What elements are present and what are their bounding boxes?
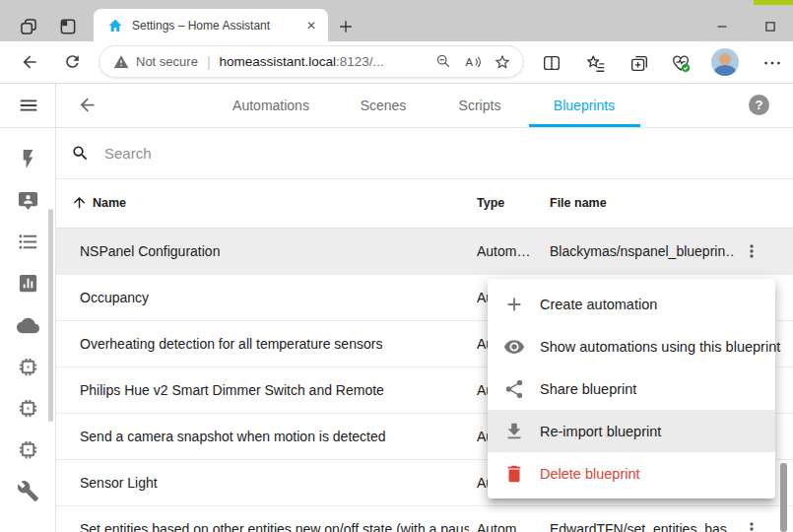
vertical-tabs-icon[interactable] — [58, 17, 78, 36]
maximize-icon[interactable] — [760, 17, 781, 36]
sidebar-scrollbar[interactable] — [48, 209, 53, 422]
browser-essentials-icon[interactable] — [670, 52, 692, 74]
chip-icon[interactable] — [17, 397, 39, 420]
menu-item-share-blueprint[interactable]: Share blueprint — [488, 367, 775, 410]
search-row — [56, 128, 793, 179]
avatar-shirt — [714, 65, 736, 76]
row-name: Occupancy — [80, 290, 149, 305]
flash-icon[interactable] — [17, 148, 39, 170]
avatar-face — [719, 53, 731, 65]
tab-scripts[interactable]: Scripts — [459, 84, 501, 127]
help-icon[interactable]: ? — [749, 95, 769, 115]
browser-toolbar: Not secure | homeassistant.local:8123/..… — [0, 41, 793, 84]
row-name: Philips Hue v2 Smart Dimmer Switch and R… — [80, 382, 384, 398]
menu-item-delete-blueprint[interactable]: Delete blueprint — [488, 452, 775, 495]
wrench-icon[interactable] — [17, 480, 39, 502]
security-label: Not secure — [136, 54, 198, 69]
read-aloud-icon[interactable]: A — [464, 53, 482, 71]
address-path: :8123/... — [336, 54, 384, 69]
tab-close-icon[interactable]: ✕ — [302, 19, 320, 33]
edge-browser-window: { "browser": { "tab_title": "Settings – … — [0, 0, 793, 532]
header-name[interactable]: Name — [93, 196, 126, 210]
row-name: NSPanel Configuration — [80, 243, 220, 259]
menu-item-create-automation[interactable]: Create automation — [488, 283, 775, 325]
menu-icon[interactable] — [18, 95, 40, 117]
table-row[interactable]: NSPanel Configuration Autom… Blackymas/n… — [56, 229, 793, 275]
tab-blueprints[interactable]: Blueprints — [554, 84, 615, 127]
search-input[interactable] — [102, 144, 599, 163]
plus-icon — [503, 294, 525, 315]
address-host: homeassistant.local — [220, 54, 337, 69]
row-type: Autom… — [477, 521, 540, 532]
eye-icon — [503, 336, 525, 358]
menu-item-show-automations[interactable]: Show automations using this blueprint — [488, 325, 775, 367]
row-overflow-menu-icon[interactable] — [742, 519, 761, 532]
desktop-accent-strip — [754, 0, 793, 5]
favorite-star-icon[interactable] — [494, 53, 511, 71]
row-name: Send a camera snapshot when motion is de… — [80, 429, 386, 444]
svg-text:A: A — [466, 55, 474, 67]
address-divider: | — [207, 54, 211, 70]
home-assistant-favicon — [107, 18, 123, 33]
menu-item-label: Share blueprint — [540, 381, 636, 397]
ha-sidebar — [0, 84, 56, 532]
new-tab-icon[interactable] — [336, 17, 356, 36]
row-type: Autom… — [477, 243, 540, 259]
back-icon[interactable] — [20, 52, 39, 72]
history-chart-icon[interactable] — [17, 272, 39, 295]
tab-scenes[interactable]: Scenes — [361, 84, 407, 127]
sort-arrow-up-icon[interactable] — [71, 194, 88, 211]
menu-item-label: Re-import blueprint — [540, 424, 661, 439]
address-bar[interactable]: Not secure | homeassistant.local:8123/..… — [99, 45, 524, 78]
table-row[interactable]: Set entities based on other entities new… — [56, 506, 793, 532]
more-options-icon[interactable] — [761, 52, 783, 74]
home-assistant-page: Automations Scenes Scripts Blueprints ? … — [0, 84, 793, 532]
row-name: Sensor Light — [80, 475, 158, 491]
tab-automations[interactable]: Automations — [232, 84, 309, 127]
delete-icon — [503, 463, 525, 485]
minimize-icon[interactable] — [711, 17, 733, 36]
todo-list-icon[interactable] — [17, 231, 39, 253]
header-file-name[interactable]: File name — [550, 196, 607, 210]
row-name: Set entities based on other entities new… — [80, 521, 469, 532]
menu-item-label: Create automation — [540, 297, 657, 312]
zoom-out-icon[interactable] — [435, 53, 452, 70]
browser-tab[interactable]: Settings – Home Assistant ✕ — [94, 9, 328, 41]
assist-icon[interactable] — [17, 189, 39, 212]
collections-icon[interactable] — [628, 52, 650, 74]
row-overflow-menu-icon[interactable] — [742, 241, 761, 261]
chip-icon[interactable] — [17, 356, 39, 378]
profile-avatar[interactable] — [711, 48, 739, 76]
workspaces-icon[interactable] — [19, 17, 38, 36]
download-icon — [503, 421, 525, 442]
refresh-icon[interactable] — [63, 52, 83, 72]
ha-back-icon[interactable] — [77, 95, 98, 115]
menu-item-reimport-blueprint[interactable]: Re-import blueprint — [488, 410, 775, 452]
page-scrollbar[interactable] — [780, 463, 787, 532]
search-icon — [71, 144, 90, 163]
header-type[interactable]: Type — [477, 196, 504, 210]
favorites-hub-icon[interactable] — [585, 52, 607, 74]
warning-icon — [113, 54, 129, 70]
menu-item-label: Delete blueprint — [540, 466, 640, 482]
browser-titlebar: Settings – Home Assistant ✕ — [0, 0, 793, 41]
row-file: EdwardTFN/set_entities_bas… — [550, 521, 735, 532]
blueprint-context-menu: Create automation Show automations using… — [488, 279, 775, 499]
cloud-icon[interactable] — [17, 314, 39, 337]
active-tab-underline — [529, 124, 640, 127]
menu-item-label: Show automations using this blueprint — [540, 339, 780, 355]
chip-icon[interactable] — [17, 438, 39, 461]
tab-title: Settings – Home Assistant — [132, 19, 302, 33]
row-file: Blackymas/nspanel_blueprin… — [550, 243, 735, 259]
table-header: Name Type File name — [56, 179, 793, 229]
split-screen-icon[interactable] — [541, 52, 562, 74]
share-icon — [503, 378, 525, 400]
row-name: Overheating detection for all temperatur… — [80, 336, 382, 352]
